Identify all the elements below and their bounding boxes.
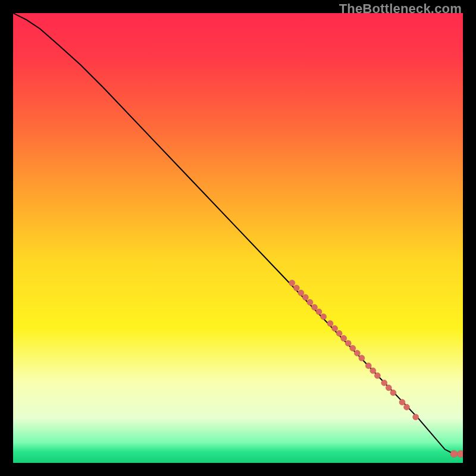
data-point [354,350,360,356]
data-point [374,372,380,378]
data-point [307,299,313,305]
data-point [404,404,410,410]
data-point [359,355,365,361]
data-point [332,325,338,331]
plot-area [13,13,463,463]
data-point [413,414,419,420]
data-point [302,295,308,300]
data-point [341,336,347,342]
data-point [327,321,333,327]
data-point [457,450,463,458]
data-point [390,390,396,396]
gradient-background [13,13,463,463]
data-point [312,304,318,310]
data-point [298,290,304,296]
data-point [450,450,458,458]
chart-svg [13,13,463,463]
data-point [316,309,322,315]
data-point [289,280,295,286]
data-point [345,340,351,346]
data-point [293,285,299,291]
data-point [386,385,392,391]
chart-stage: TheBottleneck.com [0,0,476,476]
data-point [350,345,356,351]
data-point [336,330,342,336]
data-point [381,380,387,386]
data-point [370,368,376,374]
data-point [365,363,371,369]
data-point [399,399,405,405]
data-point [321,314,327,320]
